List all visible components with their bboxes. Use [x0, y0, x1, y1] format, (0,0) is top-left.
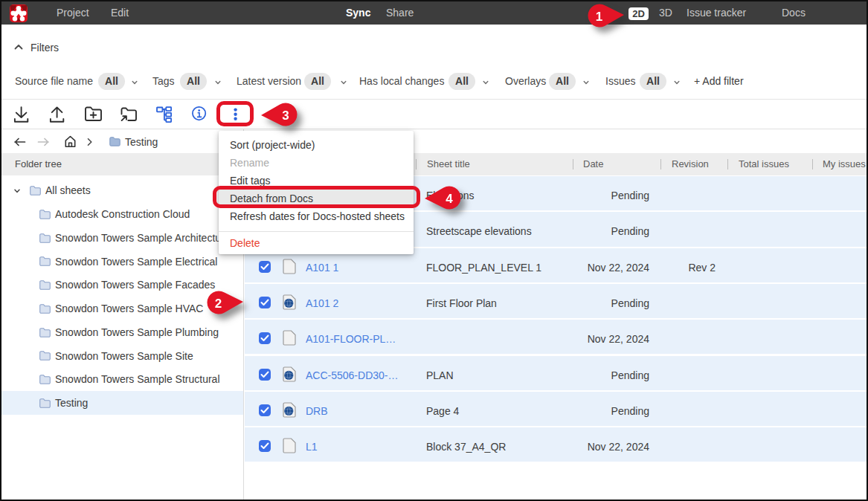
svg-text:2: 2 [215, 297, 222, 311]
svg-text:3: 3 [282, 109, 289, 123]
svg-text:1: 1 [596, 10, 602, 24]
svg-text:4: 4 [446, 192, 453, 206]
